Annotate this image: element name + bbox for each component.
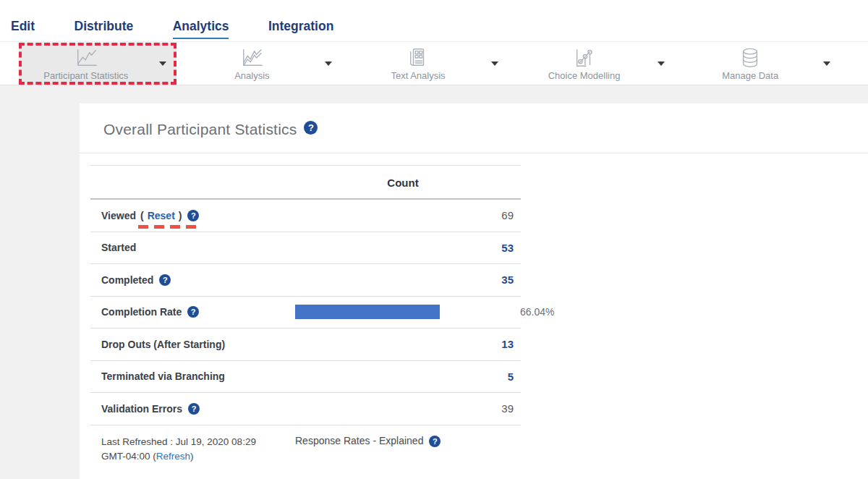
row-value: 5: [508, 370, 514, 383]
nav-item-integration[interactable]: Integration: [268, 19, 333, 38]
choice-modelling-button[interactable]: Choice Modelling: [520, 44, 672, 83]
tool-label: Participant Statistics: [43, 70, 128, 81]
refresh-link[interactable]: Refresh: [156, 451, 190, 462]
analysis-button[interactable]: Analysis: [187, 44, 339, 83]
chevron-down-icon[interactable]: [491, 62, 498, 66]
help-icon[interactable]: ?: [159, 274, 171, 286]
primary-nav: Edit Distribute Analytics Integration: [0, 0, 868, 41]
card-title-row: Overall Participant Statistics ?: [80, 103, 868, 153]
tool-group-participant-statistics: Participant Statistics: [14, 42, 181, 85]
table-row-completed: Completed ? 35: [90, 264, 521, 297]
row-label-text: Viewed: [101, 210, 136, 221]
row-label-text: Validation Errors: [101, 403, 182, 415]
row-label: Viewed ( Reset ) ?: [101, 210, 199, 221]
help-icon[interactable]: ?: [188, 403, 200, 415]
completion-rate-bar: [295, 305, 514, 319]
help-icon[interactable]: ?: [187, 306, 199, 318]
completion-rate-percent: 66.04%: [520, 306, 554, 318]
database-icon: [736, 47, 765, 69]
row-label-text: Completion Rate: [101, 306, 182, 318]
timezone-text: GMT-04:00 (: [101, 451, 156, 462]
table-header-row: Count: [90, 166, 521, 200]
chevron-down-icon[interactable]: [823, 62, 830, 66]
row-value: 13: [501, 338, 514, 350]
tool-group-choice-modelling: Choice Modelling: [513, 42, 679, 85]
manage-data-button[interactable]: Manage Data: [686, 44, 838, 83]
row-value: 39: [501, 402, 514, 415]
reset-link[interactable]: Reset: [148, 210, 175, 221]
tool-label: Text Analysis: [391, 70, 445, 81]
row-label-text: Started: [101, 242, 136, 253]
tool-group-text-analysis: Text Analysis: [346, 42, 513, 85]
count-column-header: Count: [331, 166, 475, 200]
choice-modelling-trigger[interactable]: Choice Modelling: [527, 47, 642, 81]
annotation-red-underline: [138, 225, 202, 229]
area-chart-icon: [237, 47, 266, 69]
chevron-down-icon[interactable]: [159, 62, 166, 66]
paren-open: (: [140, 210, 144, 221]
row-label: Completed ?: [101, 274, 171, 286]
text-analysis-button[interactable]: Text Analysis: [354, 44, 506, 83]
chevron-down-icon[interactable]: [325, 62, 332, 66]
chevron-down-icon[interactable]: [658, 62, 665, 66]
scatter-chart-icon: [570, 47, 599, 69]
row-label-text: Terminated via Branching: [101, 370, 225, 382]
row-label: Validation Errors ?: [101, 403, 200, 415]
nav-item-distribute[interactable]: Distribute: [75, 19, 134, 38]
paren-close: ): [179, 210, 182, 221]
page-title: Overall Participant Statistics: [103, 121, 297, 138]
row-label: Started: [101, 242, 136, 253]
text-analysis-trigger[interactable]: Text Analysis: [361, 47, 475, 81]
row-label: Terminated via Branching: [101, 370, 225, 382]
app-header: Edit Distribute Analytics Integration Pa…: [0, 0, 868, 85]
tool-group-analysis: Analysis: [181, 42, 347, 85]
table-row-drop-outs: Drop Outs (After Starting) 13: [90, 328, 521, 361]
help-icon[interactable]: ?: [304, 121, 318, 135]
row-label-text: Drop Outs (After Starting): [101, 339, 225, 350]
row-value: 69: [501, 209, 514, 221]
help-icon[interactable]: ?: [187, 210, 199, 221]
help-icon[interactable]: ?: [429, 436, 441, 447]
content-card: Overall Participant Statistics ? Count V…: [80, 103, 868, 479]
table-row-started: Started 53: [90, 232, 521, 265]
nav-item-analytics[interactable]: Analytics: [173, 19, 229, 39]
newspaper-icon: [404, 47, 433, 69]
last-refreshed-text: Last Refreshed : Jul 19, 2020 08:29: [101, 436, 256, 447]
tool-label: Manage Data: [722, 70, 778, 81]
analytics-toolbar: Participant Statistics Analysis: [0, 41, 868, 85]
tool-label: Analysis: [234, 70, 269, 81]
participant-statistics-table: Count Viewed ( Reset ) ? 69 Started 53: [90, 165, 521, 425]
nav-item-edit[interactable]: Edit: [11, 19, 35, 38]
table-row-terminated: Terminated via Branching 5: [90, 361, 521, 394]
row-label: Drop Outs (After Starting): [101, 339, 225, 350]
table-footer: Last Refreshed : Jul 19, 2020 08:29 GMT-…: [90, 425, 521, 464]
last-refreshed: Last Refreshed : Jul 19, 2020 08:29 GMT-…: [101, 435, 295, 464]
participant-statistics-button[interactable]: Participant Statistics: [19, 43, 176, 85]
response-rates-explained: Response Rates - Explained ?: [295, 435, 441, 464]
response-rates-label: Response Rates - Explained: [295, 435, 423, 446]
participant-statistics-trigger[interactable]: Participant Statistics: [29, 47, 143, 81]
line-chart-icon: [72, 47, 101, 69]
tool-label: Choice Modelling: [548, 70, 621, 81]
table-row-validation-errors: Validation Errors ? 39: [90, 393, 521, 425]
reset-group: ( Reset ): [140, 210, 182, 221]
tool-group-manage-data: Manage Data: [678, 42, 845, 85]
table-row-completion-rate: Completion Rate ? 66.04%: [90, 297, 521, 329]
row-label: Completion Rate ?: [101, 306, 295, 318]
row-label-text: Completed: [101, 274, 153, 286]
analysis-trigger[interactable]: Analysis: [195, 47, 309, 81]
row-value: 53: [501, 242, 514, 254]
row-value: 35: [501, 274, 514, 286]
manage-data-trigger[interactable]: Manage Data: [693, 47, 807, 81]
table-row-viewed: Viewed ( Reset ) ? 69: [90, 200, 521, 232]
completion-bar-fill: [295, 305, 440, 319]
paren-close: ): [190, 451, 194, 462]
